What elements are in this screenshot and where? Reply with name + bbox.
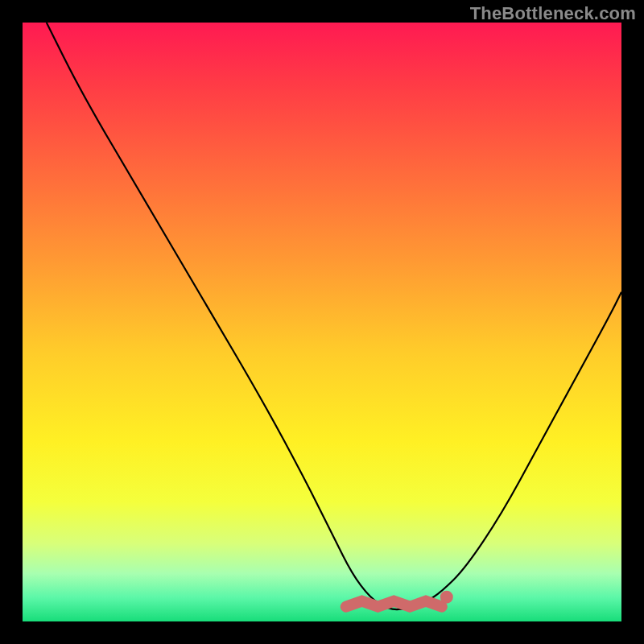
chart-frame: TheBottleneck.com [0, 0, 644, 644]
bottleneck-curve [23, 23, 621, 621]
plot-area [23, 23, 621, 621]
curve-line [47, 23, 621, 609]
optimal-end-dot [440, 591, 453, 604]
watermark-text: TheBottleneck.com [470, 3, 636, 24]
optimal-flat-marker [346, 601, 442, 607]
